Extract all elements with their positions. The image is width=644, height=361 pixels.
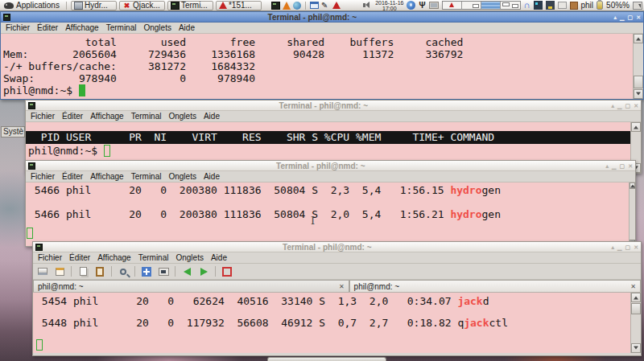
volume-icon[interactable] [363, 1, 372, 10]
tray-window-icon[interactable] [558, 2, 567, 9]
open-terminal-button[interactable] [36, 265, 49, 277]
new-tab-button[interactable] [53, 265, 66, 277]
minimize-button[interactable]: ▁ [617, 244, 621, 251]
menu-onglets[interactable]: Onglets [143, 23, 171, 32]
scrollbar-thumb[interactable] [631, 303, 641, 314]
menu-onglets[interactable]: Onglets [168, 112, 196, 121]
taskbar-button-hydrogen[interactable]: Hydr... [71, 1, 117, 10]
scrollbar-thumb[interactable] [634, 76, 643, 88]
taskbar-button-terminal[interactable]: Termi... [167, 1, 213, 10]
close-button[interactable]: ✕ [628, 162, 633, 170]
workspace-3-active[interactable] [481, 2, 501, 9]
minimize-button[interactable]: ▁ [612, 162, 616, 170]
preferences-button[interactable] [157, 265, 170, 277]
tab-close-icon[interactable]: ✕ [630, 283, 636, 290]
maximize-button[interactable]: ▢ [620, 162, 625, 170]
vlc-launcher-icon[interactable] [283, 2, 291, 10]
menu-aide[interactable]: Aide [204, 172, 220, 181]
terminal-output-area[interactable]: 5454 phil 20 0 62624 40516 33140 S 1,3 2… [33, 293, 641, 353]
bottom-panel-handle[interactable] [267, 357, 386, 361]
scroll-down-button[interactable] [631, 343, 641, 353]
menu-terminal[interactable]: Terminal [138, 253, 169, 262]
menu-fichier[interactable]: Fichier [38, 253, 62, 262]
desktop-icon-label[interactable]: Systè [1, 126, 25, 137]
fullscreen-button[interactable] [140, 265, 153, 277]
minimize-button[interactable]: ▁ [617, 102, 621, 109]
workspace-1[interactable] [443, 2, 462, 9]
shade-button[interactable]: ▴ [612, 102, 615, 109]
copy-button[interactable] [76, 265, 89, 277]
terminal-output-area[interactable]: 5466 phil 20 0 200380 111836 50804 S 2,3… [26, 183, 635, 246]
network-icon[interactable]: Ψ [419, 1, 425, 10]
close-button[interactable]: ✕ [634, 102, 638, 109]
scroll-down-button[interactable] [634, 89, 643, 99]
scrollbar[interactable] [629, 183, 635, 246]
menu-affichage[interactable]: Affichage [90, 172, 124, 181]
menu-aide[interactable]: Aide [211, 253, 227, 262]
menu-editer[interactable]: Éditer [62, 172, 83, 181]
terminal-output-area[interactable]: total used free shared buffers cached Me… [1, 34, 643, 99]
menu-editer[interactable]: Éditer [62, 112, 83, 121]
menu-fichier[interactable]: Fichier [31, 172, 55, 181]
next-tab-button[interactable] [197, 265, 210, 277]
scrollbar[interactable] [633, 34, 643, 99]
menu-editer[interactable]: Éditer [37, 23, 58, 32]
screenshot-icon[interactable] [633, 2, 642, 10]
close-tab-button[interactable] [221, 265, 233, 277]
titlebar[interactable]: Terminal - phil@nmd: ~ ▴ ▁ ▢ ✕ [26, 161, 635, 171]
workspace-4[interactable] [501, 2, 520, 9]
maximize-button[interactable]: ▢ [625, 244, 631, 251]
close-button[interactable]: ✕ [636, 14, 641, 21]
menu-aide[interactable]: Aide [179, 23, 195, 32]
taskbar-button-qjackctl[interactable]: ✖ Qjack... [119, 1, 165, 10]
menu-affichage[interactable]: Affichage [90, 112, 124, 121]
menu-onglets[interactable]: Onglets [175, 253, 203, 262]
pencil-launcher-icon[interactable]: ✎ [321, 2, 330, 10]
window-launcher-icon[interactable] [310, 2, 319, 9]
scrollbar[interactable] [630, 293, 641, 353]
titlebar[interactable]: Terminal - phil@nmd: ~ ▴ ▁ ▢ ✕ [1, 12, 643, 23]
tab-1[interactable]: phil@nmd: ~ ✕ [33, 280, 349, 292]
close-button[interactable]: ✕ [634, 244, 638, 251]
terminal-launcher-icon[interactable] [271, 2, 280, 10]
scroll-up-button[interactable] [631, 122, 641, 132]
menu-editer[interactable]: Éditer [69, 253, 90, 262]
panel-clock[interactable]: 2016-11-16 17:00 [375, 0, 403, 11]
applications-menu-button[interactable]: Applications [2, 0, 62, 10]
shade-button[interactable]: ▴ [606, 162, 609, 170]
maximize-button[interactable]: ▢ [628, 14, 634, 21]
menu-affichage[interactable]: Affichage [65, 23, 99, 32]
display-icon[interactable] [429, 2, 439, 9]
titlebar[interactable]: Terminal - phil@nmd: ~ ▴ ▁ ▢ ✕ [26, 101, 641, 111]
menu-fichier[interactable]: Fichier [31, 112, 55, 121]
tab-close-icon[interactable]: ✕ [339, 283, 345, 290]
menu-terminal[interactable]: Terminal [131, 172, 162, 181]
search-button[interactable] [117, 265, 130, 277]
workspace-2[interactable] [462, 2, 481, 9]
menu-affichage[interactable]: Affichage [97, 253, 131, 262]
browser-launcher-icon[interactable] [293, 2, 301, 10]
tab-2-active[interactable]: phil@nmd: ~ ✕ [349, 280, 641, 292]
menu-terminal[interactable]: Terminal [131, 112, 162, 121]
menu-terminal[interactable]: Terminal [106, 23, 137, 32]
paste-button[interactable] [93, 265, 106, 277]
lock-keyring-icon[interactable] [407, 1, 415, 10]
menu-aide[interactable]: Aide [204, 112, 220, 121]
menu-fichier[interactable]: Fichier [6, 23, 30, 32]
workspace-pager[interactable] [442, 1, 521, 10]
minimize-button[interactable]: ▁ [620, 14, 624, 21]
previous-tab-button[interactable] [180, 265, 193, 277]
taskbar-button-editor[interactable]: *151... [216, 1, 262, 10]
menu-onglets[interactable]: Onglets [168, 172, 196, 181]
scroll-up-button[interactable] [630, 183, 635, 189]
files-tray-icon[interactable] [570, 2, 578, 10]
scroll-up-button[interactable] [631, 293, 641, 302]
jack-mixer-icon[interactable] [534, 1, 543, 10]
alert-launcher-icon[interactable] [332, 2, 341, 9]
battery-icon[interactable] [597, 1, 603, 10]
maximize-button[interactable]: ▢ [625, 102, 631, 109]
headphones-icon[interactable]: ∩ [524, 1, 530, 10]
scroll-up-button[interactable] [634, 34, 643, 43]
titlebar[interactable]: Terminal - phil@nmd: ~ ▴ ▁ ▢ ✕ [33, 242, 641, 252]
shade-button[interactable]: ▴ [614, 14, 617, 21]
